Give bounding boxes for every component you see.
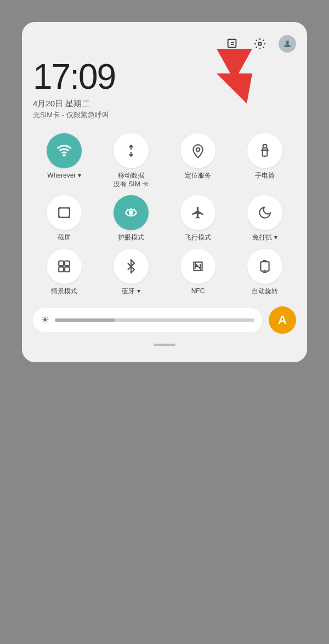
svg-rect-28: [65, 261, 70, 266]
time-display: 17:09: [33, 59, 296, 94]
toggle-nfc-circle[interactable]: [180, 249, 215, 284]
avatar-button[interactable]: A: [269, 306, 296, 334]
date-display: 4月20日 星期二: [33, 99, 296, 109]
svg-rect-32: [260, 261, 269, 271]
toggle-eye-care-circle[interactable]: [114, 195, 149, 230]
svg-rect-10: [263, 145, 267, 147]
quick-toggles-grid: Wherever ▾ 移动数据没有 SIM 卡 定位: [33, 133, 296, 295]
toggle-eye-care[interactable]: 护眼模式: [100, 195, 162, 242]
svg-rect-13: [59, 208, 70, 218]
toggle-nfc[interactable]: NFC: [167, 249, 229, 296]
svg-rect-0: [228, 39, 236, 48]
toggle-rotate-label: 自动旋转: [252, 287, 278, 296]
toggle-mobile-data[interactable]: 移动数据没有 SIM 卡: [100, 133, 162, 189]
svg-point-9: [196, 148, 200, 152]
toggle-rotate-circle[interactable]: [247, 249, 282, 284]
toggle-mobile-circle[interactable]: [114, 133, 149, 168]
sim-status: 无SIM卡 - 仅限紧急呼叫: [33, 110, 296, 120]
toggle-dnd[interactable]: 免打扰 ▾: [234, 195, 296, 242]
toggle-wifi[interactable]: Wherever ▾: [33, 133, 95, 189]
svg-rect-27: [59, 261, 64, 266]
toggle-airplane[interactable]: 飞行模式: [167, 195, 229, 242]
svg-rect-29: [59, 267, 64, 272]
toggle-wifi-circle[interactable]: [47, 133, 82, 168]
svg-rect-30: [65, 267, 70, 272]
svg-point-23: [129, 211, 133, 214]
svg-point-6: [64, 155, 65, 156]
toggle-nfc-label: NFC: [191, 287, 205, 296]
toggle-eye-care-label: 护眼模式: [118, 233, 144, 242]
brightness-track[interactable]: [55, 318, 254, 322]
toggle-screenshot-label: 截屏: [58, 233, 71, 242]
toggle-flashlight-circle[interactable]: [247, 133, 282, 168]
toggle-location-circle[interactable]: [180, 133, 215, 168]
toggle-wifi-label: Wherever ▾: [47, 172, 81, 180]
toggle-mobile-label: 移动数据没有 SIM 卡: [114, 172, 149, 189]
toggle-scene[interactable]: 情景模式: [33, 249, 95, 296]
toggle-location-label: 定位服务: [185, 172, 211, 180]
toggle-screenshot-circle[interactable]: [47, 195, 82, 230]
toggle-flashlight[interactable]: 手电筒: [234, 133, 296, 189]
brightness-row: ☀ A: [33, 306, 296, 334]
toggle-dnd-circle[interactable]: [247, 195, 282, 230]
edit-icon[interactable]: [224, 35, 241, 53]
toggle-dnd-label: 免打扰 ▾: [252, 233, 277, 242]
toggle-scene-label: 情景模式: [51, 287, 77, 296]
top-icons-row: [33, 35, 296, 53]
toggle-rotate[interactable]: 自动旋转: [234, 249, 296, 296]
brightness-fill: [55, 318, 115, 322]
toggle-scene-circle[interactable]: [47, 249, 82, 284]
notification-panel: 17:09 4月20日 星期二 无SIM卡 - 仅限紧急呼叫 Wherever …: [22, 22, 307, 362]
toggle-screenshot[interactable]: 截屏: [33, 195, 95, 242]
user-icon[interactable]: [279, 35, 296, 53]
toggle-airplane-label: 飞行模式: [185, 233, 211, 242]
svg-point-3: [258, 42, 262, 45]
svg-point-4: [286, 41, 289, 44]
svg-rect-11: [263, 150, 268, 156]
toggle-bluetooth[interactable]: 蓝牙 ▾: [100, 249, 162, 296]
toggle-flashlight-label: 手电筒: [255, 172, 275, 180]
toggle-location[interactable]: 定位服务: [167, 133, 229, 189]
toggle-bluetooth-circle[interactable]: [114, 249, 149, 284]
toggle-bluetooth-label: 蓝牙 ▾: [122, 287, 140, 296]
brightness-control[interactable]: ☀: [33, 308, 262, 332]
toggle-airplane-circle[interactable]: [180, 195, 215, 230]
settings-icon[interactable]: [251, 35, 269, 53]
brightness-icon: ☀: [41, 314, 49, 326]
panel-handle: [154, 344, 175, 346]
